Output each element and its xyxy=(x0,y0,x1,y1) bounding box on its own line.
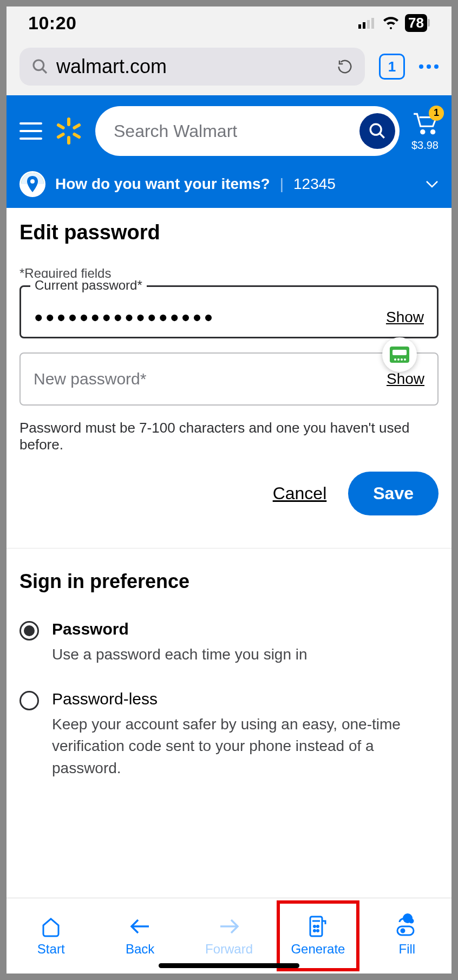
reload-icon[interactable] xyxy=(337,58,353,75)
home-icon xyxy=(40,916,62,937)
toolbar-start-label: Start xyxy=(37,942,65,957)
option-title: Password xyxy=(52,620,307,638)
toolbar-generate-label: Generate xyxy=(291,942,345,957)
option-desc: Keep your account safer by using an easy… xyxy=(52,714,439,780)
radio-checked-icon[interactable] xyxy=(19,621,39,641)
option-title: Password-less xyxy=(52,690,439,708)
svg-line-13 xyxy=(380,133,384,138)
home-indicator[interactable] xyxy=(159,963,299,968)
generate-icon xyxy=(307,916,329,937)
extension-toolbar: Start Back Forward Generate xyxy=(6,898,452,974)
cart-total: $3.98 xyxy=(411,139,439,152)
new-password-label: New password* xyxy=(34,370,146,388)
svg-rect-25 xyxy=(397,926,414,935)
page-title: Edit password xyxy=(19,221,439,244)
forward-arrow-icon xyxy=(218,916,240,937)
toolbar-forward-label: Forward xyxy=(205,942,253,957)
cart-button[interactable]: 1 $3.98 xyxy=(411,111,439,152)
battery-icon: 78 xyxy=(405,14,430,32)
password-hint: Password must be 7-100 characters and on… xyxy=(19,420,439,453)
svg-line-5 xyxy=(42,69,47,73)
notification-dot-icon xyxy=(403,913,413,923)
search-icon xyxy=(31,58,49,75)
more-icon[interactable] xyxy=(419,64,439,69)
svg-rect-10 xyxy=(56,123,66,130)
cart-badge: 1 xyxy=(429,106,444,121)
svg-rect-2 xyxy=(367,20,370,29)
svg-point-23 xyxy=(314,930,316,931)
svg-rect-11 xyxy=(72,132,81,139)
show-current-password[interactable]: Show xyxy=(386,309,424,326)
cellular-icon xyxy=(358,17,377,29)
tabs-count: 1 xyxy=(388,58,396,75)
radio-unchecked-icon[interactable] xyxy=(19,691,39,710)
fulfillment-bar[interactable]: How do you want your items? | 12345 xyxy=(6,166,452,208)
walmart-logo[interactable] xyxy=(54,116,83,146)
toolbar-forward: Forward xyxy=(185,898,273,974)
toolbar-generate[interactable]: Generate xyxy=(273,898,362,974)
chevron-down-icon xyxy=(426,180,439,188)
svg-point-26 xyxy=(401,929,404,932)
wifi-icon xyxy=(382,16,400,29)
site-header: Search Walmart 1 $3.98 xyxy=(6,95,452,166)
svg-rect-9 xyxy=(56,132,66,139)
svg-rect-3 xyxy=(371,18,374,29)
svg-point-15 xyxy=(431,130,434,133)
svg-rect-1 xyxy=(363,22,365,29)
svg-point-22 xyxy=(317,925,319,927)
toolbar-back[interactable]: Back xyxy=(95,898,184,974)
url-bar[interactable]: walmart.com xyxy=(19,48,365,86)
fulfillment-zip: 12345 xyxy=(293,175,336,193)
svg-rect-8 xyxy=(72,123,81,130)
safari-toolbar: walmart.com 1 xyxy=(6,39,452,95)
search-bar[interactable]: Search Walmart xyxy=(95,106,400,156)
show-new-password[interactable]: Show xyxy=(387,370,424,388)
svg-rect-6 xyxy=(67,117,70,126)
url-text: walmart.com xyxy=(56,55,329,78)
fill-icon xyxy=(395,916,419,937)
signin-option-passwordless[interactable]: Password-less Keep your account safer by… xyxy=(19,690,439,780)
signin-option-password[interactable]: Password Use a password each time you si… xyxy=(19,620,439,666)
cancel-button[interactable]: Cancel xyxy=(273,484,327,504)
svg-point-16 xyxy=(30,179,35,184)
battery-percent: 78 xyxy=(405,14,427,32)
current-password-field[interactable]: Current password* ●●●●●●●●●●●●●●●● Show xyxy=(19,285,439,338)
toolbar-fill[interactable]: Fill xyxy=(363,898,452,974)
section-divider xyxy=(6,548,452,548)
search-placeholder: Search Walmart xyxy=(114,121,359,141)
toolbar-start[interactable]: Start xyxy=(6,898,95,974)
save-button[interactable]: Save xyxy=(348,472,439,515)
svg-rect-0 xyxy=(358,24,361,29)
status-time: 10:20 xyxy=(28,12,76,34)
svg-point-21 xyxy=(314,925,316,927)
location-icon xyxy=(19,171,45,197)
current-password-value: ●●●●●●●●●●●●●●●● xyxy=(34,309,215,326)
signin-pref-heading: Sign in preference xyxy=(19,570,439,593)
svg-point-12 xyxy=(370,124,381,135)
new-password-field[interactable]: New password* Show xyxy=(19,352,439,406)
ios-status-bar: 10:20 78 xyxy=(6,6,452,39)
fulfillment-question: How do you want your items? xyxy=(55,175,270,193)
search-button[interactable] xyxy=(359,113,395,149)
current-password-label: Current password* xyxy=(30,278,147,293)
svg-point-14 xyxy=(421,130,424,133)
tabs-button[interactable]: 1 xyxy=(379,54,405,80)
option-desc: Use a password each time you sign in xyxy=(52,644,307,666)
svg-point-24 xyxy=(317,930,319,931)
menu-icon[interactable] xyxy=(19,122,42,140)
svg-rect-7 xyxy=(67,136,70,145)
roboform-icon[interactable] xyxy=(382,337,417,372)
svg-point-4 xyxy=(34,60,44,70)
back-arrow-icon xyxy=(129,916,151,937)
toolbar-fill-label: Fill xyxy=(399,942,416,957)
toolbar-back-label: Back xyxy=(126,942,154,957)
